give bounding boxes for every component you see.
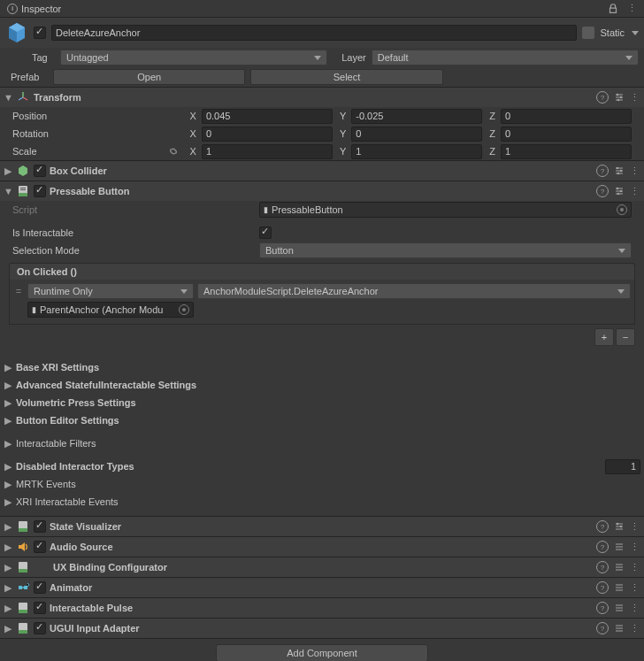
kebab-menu-icon[interactable]: ⋮ — [630, 603, 640, 614]
foldout-icon[interactable]: ▶ — [4, 496, 12, 508]
foldout-icon[interactable]: ▶ — [4, 397, 12, 409]
audio-enabled-checkbox[interactable] — [34, 541, 46, 553]
add-event-button[interactable]: + — [594, 328, 614, 346]
pulse-enabled-checkbox[interactable] — [34, 602, 46, 614]
foldout-icon[interactable]: ▶ — [4, 582, 12, 594]
foldout-icon[interactable]: ▶ — [4, 479, 12, 490]
rotation-z-input[interactable] — [501, 127, 632, 142]
gameobject-enabled-checkbox[interactable] — [34, 27, 46, 39]
foldout-icon[interactable]: ▼ — [4, 92, 12, 103]
help-icon[interactable]: ? — [596, 185, 609, 197]
z-label[interactable]: Z — [486, 111, 497, 121]
presets-icon[interactable] — [614, 165, 625, 176]
kebab-menu-icon[interactable]: ⋮ — [630, 623, 640, 634]
help-icon[interactable]: ? — [596, 91, 609, 104]
box-collider-header[interactable]: ▶ Box Collider ? ⋮ — [0, 161, 644, 181]
transform-header[interactable]: ▼ Transform ? ⋮ — [0, 88, 644, 107]
event-target-field[interactable]: ▮ ParentAnchor (Anchor Modu — [27, 302, 194, 318]
link-scale-icon[interactable] — [167, 145, 180, 158]
kebab-menu-icon[interactable]: ⋮ — [630, 186, 640, 197]
select-button[interactable]: Select — [250, 69, 442, 85]
scale-z-input[interactable] — [501, 144, 632, 159]
lock-icon[interactable] — [607, 3, 619, 15]
presets-icon[interactable] — [614, 542, 625, 552]
foldout-icon[interactable]: ▶ — [4, 415, 12, 427]
scale-x-input[interactable] — [202, 144, 333, 159]
overrides-button[interactable] — [448, 75, 639, 79]
presets-icon[interactable] — [614, 186, 625, 196]
ugui-enabled-checkbox[interactable] — [34, 622, 46, 634]
advanced-stateful-row[interactable]: ▶Advanced StatefulInteractable Settings — [0, 376, 644, 394]
is-interactable-checkbox[interactable] — [259, 227, 272, 239]
kebab-menu-icon[interactable]: ⋮ — [630, 542, 640, 553]
layer-dropdown[interactable]: Default — [372, 50, 639, 65]
foldout-icon[interactable]: ▶ — [4, 542, 12, 553]
kebab-menu-icon[interactable]: ⋮ — [630, 521, 640, 533]
foldout-icon[interactable]: ▶ — [4, 562, 12, 573]
object-picker-icon[interactable] — [179, 304, 189, 315]
x-label[interactable]: X — [187, 128, 198, 139]
drag-handle-icon[interactable]: = — [13, 286, 24, 296]
state-visualizer-header[interactable]: ▶ State Visualizer ?⋮ — [0, 517, 644, 536]
y-label[interactable]: Y — [336, 128, 348, 139]
ugui-header[interactable]: ▶ UGUI Input Adapter ?⋮ — [0, 619, 644, 638]
presets-icon[interactable] — [614, 562, 625, 573]
position-z-input[interactable] — [501, 109, 632, 124]
static-checkbox[interactable] — [582, 27, 594, 39]
object-picker-icon[interactable] — [617, 204, 627, 215]
xri-events-row[interactable]: ▶XRI Interactable Events — [0, 493, 644, 511]
interactable-pulse-header[interactable]: ▶ Interactable Pulse ?⋮ — [0, 598, 644, 618]
pressable-button-header[interactable]: ▼ Pressable Button ? ⋮ — [0, 181, 644, 201]
help-icon[interactable]: ? — [596, 541, 609, 553]
presets-icon[interactable] — [614, 623, 625, 634]
foldout-icon[interactable]: ▶ — [4, 380, 12, 391]
state-visualizer-enabled-checkbox[interactable] — [34, 520, 46, 533]
presets-icon[interactable] — [614, 521, 625, 532]
inspector-tab[interactable]: i Inspector — [0, 0, 68, 17]
foldout-icon[interactable]: ▶ — [4, 165, 12, 177]
pressable-enabled-checkbox[interactable] — [34, 185, 46, 197]
x-label[interactable]: X — [187, 111, 198, 121]
help-icon[interactable]: ? — [596, 520, 609, 533]
rotation-y-input[interactable] — [351, 127, 482, 142]
foldout-icon[interactable]: ▶ — [4, 362, 12, 373]
y-label[interactable]: Y — [336, 146, 348, 157]
foldout-icon[interactable]: ▶ — [4, 438, 12, 450]
interactable-filters-row[interactable]: ▶Interactable Filters — [0, 434, 644, 452]
runtime-mode-dropdown[interactable]: Runtime Only — [27, 283, 194, 299]
foldout-icon[interactable]: ▼ — [4, 186, 12, 196]
position-x-input[interactable] — [202, 109, 333, 124]
gameobject-name-input[interactable] — [51, 25, 577, 41]
add-component-button[interactable]: Add Component — [216, 644, 428, 661]
help-icon[interactable]: ? — [596, 165, 609, 177]
event-method-dropdown[interactable]: AnchorModuleScript.DeleteAzureAnchor — [197, 283, 631, 299]
scale-y-input[interactable] — [351, 144, 482, 159]
mrtk-events-row[interactable]: ▶MRTK Events — [0, 475, 644, 493]
animator-header[interactable]: ▶ Animator ?⋮ — [0, 578, 644, 597]
open-button[interactable]: Open — [53, 69, 245, 85]
ux-binding-header[interactable]: ▶ UX Binding Configurator ?⋮ — [0, 557, 644, 577]
presets-icon[interactable] — [614, 603, 625, 613]
kebab-menu-icon[interactable]: ⋮ — [630, 92, 640, 104]
foldout-icon[interactable]: ▶ — [4, 461, 12, 473]
help-icon[interactable]: ? — [596, 602, 609, 614]
kebab-menu-icon[interactable]: ⋮ — [630, 582, 640, 594]
kebab-menu-icon[interactable]: ⋮ — [630, 562, 640, 573]
audio-source-header[interactable]: ▶ Audio Source ?⋮ — [0, 537, 644, 557]
foldout-icon[interactable]: ▶ — [4, 521, 12, 533]
position-y-input[interactable] — [351, 109, 482, 124]
y-label[interactable]: Y — [336, 111, 348, 121]
disabled-interactor-row[interactable]: ▶ Disabled Interactor Types — [0, 457, 644, 475]
box-collider-enabled-checkbox[interactable] — [34, 165, 46, 177]
help-icon[interactable]: ? — [596, 561, 609, 573]
z-label[interactable]: Z — [486, 128, 497, 139]
kebab-menu-icon[interactable]: ⋮ — [630, 165, 640, 177]
volumetric-press-row[interactable]: ▶Volumetric Press Settings — [0, 394, 644, 411]
button-editor-row[interactable]: ▶Button Editor Settings — [0, 411, 644, 429]
selection-mode-dropdown[interactable]: Button — [259, 242, 632, 258]
presets-icon[interactable] — [614, 92, 625, 103]
z-label[interactable]: Z — [486, 146, 497, 157]
base-xri-settings-row[interactable]: ▶Base XRI Settings — [0, 358, 644, 376]
foldout-icon[interactable]: ▶ — [4, 623, 12, 634]
help-icon[interactable]: ? — [596, 622, 609, 634]
